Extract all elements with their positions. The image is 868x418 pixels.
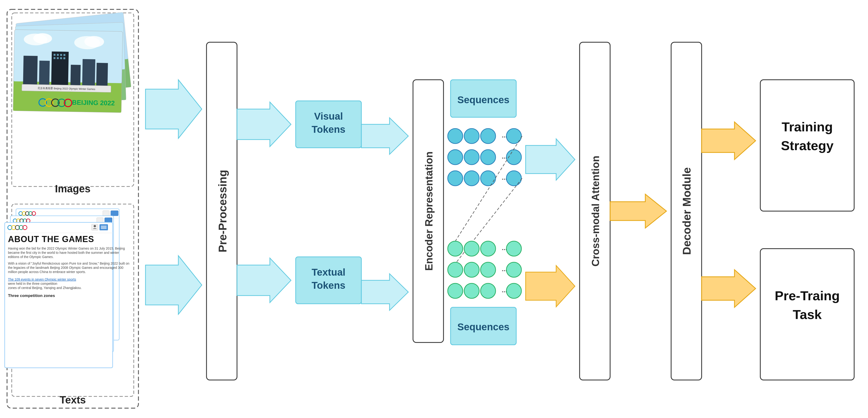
svg-text:Three competition zones: Three competition zones — [8, 293, 55, 298]
svg-point-157 — [464, 283, 479, 298]
svg-text:With a vision of "Joyful Rende: With a vision of "Joyful Rendezvous upon… — [8, 261, 129, 265]
svg-point-126 — [464, 129, 479, 143]
svg-point-148 — [480, 241, 496, 256]
texts-label: Texts — [60, 394, 86, 406]
svg-rect-85 — [105, 218, 112, 223]
arrow-to-training-strategy — [702, 122, 755, 160]
svg-text:zones of central Beijing, Yanq: zones of central Beijing, Yanqing and Zh… — [8, 286, 82, 290]
arrow-images-to-preprocessing — [146, 80, 202, 138]
arrow-textual-to-encoder — [361, 274, 408, 310]
arrow-encoder-to-crossmodal-bottom — [526, 265, 575, 307]
arrow-to-visual-tokens — [237, 102, 291, 147]
svg-point-137 — [480, 171, 496, 186]
svg-text:Textual: Textual — [312, 267, 345, 278]
images-label: Images — [55, 183, 91, 194]
arrow-visual-to-encoder — [361, 118, 408, 154]
svg-rect-35 — [51, 52, 69, 87]
arrow-to-pretraining-task — [702, 270, 755, 307]
svg-point-139 — [506, 171, 521, 186]
svg-point-150 — [506, 241, 521, 256]
preprocessing-label: Pre-Processing — [216, 170, 229, 252]
svg-rect-45 — [82, 59, 95, 88]
svg-rect-46 — [96, 63, 108, 88]
svg-rect-39 — [63, 54, 65, 56]
svg-text:the legacies of the landmark B: the legacies of the landmark Beijing 200… — [8, 266, 123, 269]
svg-rect-40 — [54, 57, 55, 59]
svg-point-104 — [94, 225, 96, 227]
diagram-svg: 北京冬奥组委 Beijing 2022 Olympic Winter Games… — [0, 0, 868, 418]
svg-rect-37 — [57, 54, 59, 56]
svg-rect-42 — [60, 57, 62, 59]
svg-point-147 — [464, 241, 479, 256]
svg-text:were held in the three competi: were held in the three competition — [8, 282, 57, 286]
arrow-crossmodal-to-decoder — [610, 194, 666, 228]
svg-point-136 — [464, 171, 479, 186]
svg-text:The 109 events in seven Olympi: The 109 events in seven Olympic winter s… — [8, 278, 76, 281]
svg-rect-43 — [63, 57, 65, 59]
decoder-label: Decoder Module — [681, 167, 693, 255]
svg-text:ABOUT THE GAMES: ABOUT THE GAMES — [8, 234, 94, 244]
svg-text:Visual: Visual — [314, 111, 343, 122]
svg-text:Tokens: Tokens — [312, 124, 345, 135]
svg-text:Sequences: Sequences — [457, 321, 509, 332]
svg-text:Sequences: Sequences — [457, 94, 509, 105]
svg-text:Task: Task — [793, 307, 822, 322]
svg-text:Strategy: Strategy — [781, 138, 834, 153]
svg-text:Tokens: Tokens — [312, 280, 345, 291]
svg-point-132 — [480, 150, 496, 165]
svg-text:million people across China to: million people across China to embrace w… — [8, 270, 86, 274]
svg-text:became the first city in the w: became the first city in the world to ha… — [8, 251, 119, 255]
svg-point-156 — [448, 283, 463, 298]
svg-point-130 — [448, 150, 463, 165]
svg-rect-41 — [57, 57, 59, 59]
encoder-label: Encoder Representation — [423, 152, 435, 271]
svg-point-152 — [464, 262, 479, 277]
svg-point-135 — [448, 171, 463, 186]
svg-point-146 — [448, 241, 463, 256]
svg-rect-44 — [70, 65, 81, 87]
svg-point-158 — [480, 283, 496, 298]
svg-text:Pre-Traing: Pre-Traing — [775, 288, 840, 303]
svg-point-129 — [506, 129, 521, 143]
svg-rect-36 — [54, 54, 55, 56]
svg-point-151 — [448, 262, 463, 277]
svg-point-127 — [480, 129, 496, 143]
svg-text:editions of the Olympic Games.: editions of the Olympic Games. — [8, 255, 54, 259]
svg-point-160 — [506, 283, 521, 298]
arrow-to-textual-tokens — [237, 258, 291, 302]
svg-rect-34 — [39, 61, 50, 87]
svg-text:Having won the bid for the 202: Having won the bid for the 2022 Olympic … — [8, 247, 125, 250]
crossmodal-label: Cross-modal Attention — [590, 156, 601, 267]
svg-point-153 — [480, 262, 496, 277]
svg-rect-63 — [111, 211, 118, 216]
svg-rect-33 — [23, 56, 37, 86]
svg-point-125 — [448, 129, 463, 143]
svg-text:Training: Training — [782, 119, 833, 134]
arrow-encoder-to-crossmodal-top — [526, 139, 575, 180]
arrow-texts-to-preprocessing — [146, 256, 202, 314]
svg-rect-84 — [97, 218, 103, 223]
svg-text:BEIJING 2022: BEIJING 2022 — [72, 99, 115, 107]
svg-rect-62 — [103, 211, 110, 216]
svg-rect-38 — [60, 54, 62, 56]
svg-point-131 — [464, 150, 479, 165]
svg-point-155 — [506, 262, 521, 277]
